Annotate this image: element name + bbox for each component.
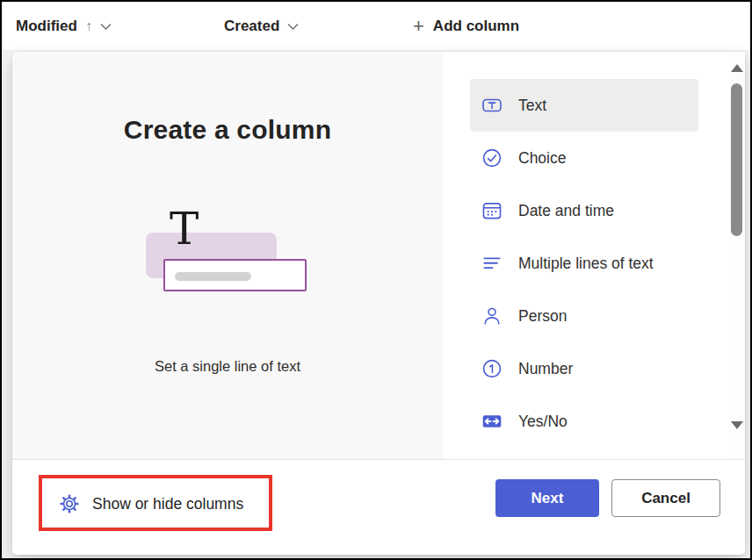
- column-type-number[interactable]: Number: [470, 342, 698, 395]
- dialog-title: Create a column: [12, 115, 443, 145]
- column-type-person[interactable]: Person: [470, 290, 698, 342]
- add-column-label: Add column: [433, 18, 519, 35]
- column-type-label: Yes/No: [518, 413, 568, 431]
- column-header-modified[interactable]: Modified ↑: [16, 2, 112, 50]
- column-type-label: Person: [518, 307, 567, 326]
- illustration-letter: T: [170, 207, 199, 251]
- column-preview-panel: Create a column T Set a single line of t…: [12, 52, 443, 459]
- yes-no-toggle-icon: [481, 410, 503, 433]
- list-column-header-bar: Modified ↑ Created + Add column: [2, 2, 750, 51]
- chevron-down-icon: [287, 23, 299, 31]
- scrollbar-down-arrow-icon[interactable]: [731, 421, 743, 429]
- column-type-label: Text: [518, 97, 546, 115]
- column-type-label: Date and time: [518, 202, 614, 220]
- column-header-created[interactable]: Created: [224, 2, 299, 50]
- create-column-dialog: Create a column T Set a single line of t…: [12, 52, 745, 555]
- column-type-yes-no[interactable]: Yes/No: [470, 395, 698, 448]
- column-type-panel: TextChoiceDate and timeMultiple lines of…: [443, 52, 745, 459]
- sort-ascending-icon: ↑: [85, 19, 92, 33]
- show-or-hide-columns-button[interactable]: Show or hide columns: [53, 484, 249, 524]
- column-type-text[interactable]: Text: [470, 79, 698, 132]
- column-type-date-and-time[interactable]: Date and time: [470, 184, 698, 237]
- column-header-modified-label: Modified: [16, 18, 77, 35]
- column-type-label: Number: [518, 360, 573, 378]
- dialog-footer: Show or hide columns Next Cancel: [12, 459, 745, 555]
- column-type-multiple-lines-of-text[interactable]: Multiple lines of text: [470, 237, 698, 290]
- column-type-label: Multiple lines of text: [518, 255, 654, 273]
- scrollbar: [729, 52, 745, 459]
- screenshot-root: Modified ↑ Created + Add column Create a…: [0, 0, 752, 560]
- show-or-hide-columns-label: Show or hide columns: [92, 495, 243, 513]
- add-column-button[interactable]: + Add column: [413, 2, 519, 50]
- plus-icon: +: [413, 17, 424, 36]
- illustration-placeholder-bar: [175, 272, 251, 281]
- scrollbar-up-arrow-icon[interactable]: [731, 64, 743, 72]
- column-type-choice[interactable]: Choice: [470, 132, 698, 184]
- calendar-icon: [481, 199, 503, 222]
- scrollbar-thumb[interactable]: [731, 83, 742, 236]
- column-type-label: Choice: [518, 149, 566, 168]
- text-field-icon: [481, 94, 503, 117]
- next-button[interactable]: Next: [495, 479, 599, 517]
- illustration-text-field: [163, 259, 307, 291]
- choice-check-icon: [481, 147, 503, 169]
- multiline-text-icon: [481, 252, 503, 275]
- chevron-down-icon: [100, 23, 112, 31]
- gear-icon: [58, 492, 81, 515]
- column-header-created-label: Created: [224, 18, 279, 35]
- number-one-icon: [481, 357, 503, 380]
- cancel-button[interactable]: Cancel: [611, 479, 720, 517]
- column-type-list: TextChoiceDate and timeMultiple lines of…: [470, 79, 698, 448]
- person-icon: [481, 305, 503, 327]
- column-type-description: Set a single line of text: [12, 358, 443, 375]
